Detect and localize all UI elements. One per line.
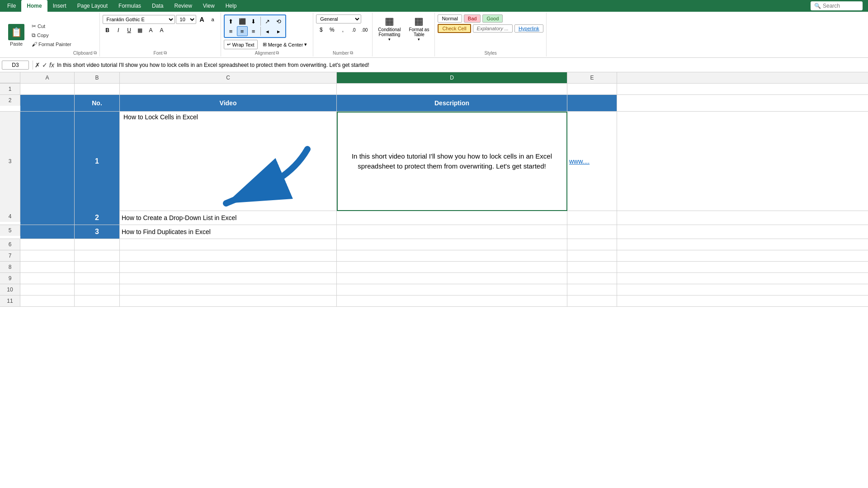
- col-header-c[interactable]: C: [120, 72, 337, 83]
- style-bad[interactable]: Bad: [464, 14, 481, 23]
- cell-a7[interactable]: [20, 250, 75, 261]
- orient-button[interactable]: ↗: [262, 16, 273, 26]
- wrap-text-button[interactable]: ↵ Wrap Text: [224, 40, 258, 49]
- tab-review[interactable]: Review: [169, 0, 197, 12]
- number-format-select[interactable]: General: [316, 14, 361, 23]
- merge-dropdown-icon[interactable]: ▾: [304, 42, 307, 47]
- cell-a6[interactable]: [20, 239, 75, 250]
- cell-a3[interactable]: [20, 112, 75, 211]
- cell-c6[interactable]: [120, 239, 337, 250]
- format-as-table-button[interactable]: ▦ Format asTable ▾: [406, 14, 432, 42]
- bold-button[interactable]: B: [103, 25, 113, 35]
- format-as-table-dropdown-icon[interactable]: ▾: [418, 37, 420, 42]
- percent-button[interactable]: %: [327, 25, 337, 35]
- row-header-9[interactable]: 9: [0, 273, 20, 284]
- align-middle-button[interactable]: ⬛: [237, 16, 248, 26]
- cell-e10[interactable]: [567, 284, 617, 295]
- row-header-6[interactable]: 6: [0, 239, 20, 250]
- cell-c2[interactable]: Video: [120, 95, 337, 111]
- increase-decimal-button[interactable]: .00: [359, 25, 369, 35]
- font-grow-button[interactable]: A: [197, 14, 207, 24]
- cut-button[interactable]: ✂ Cut: [30, 22, 73, 30]
- cell-b1[interactable]: [75, 84, 120, 94]
- font-color-button[interactable]: A: [157, 25, 167, 35]
- decrease-decimal-button[interactable]: .0: [349, 25, 359, 35]
- align-right-button[interactable]: ≡: [248, 26, 259, 36]
- style-explanatory[interactable]: Explanatory ...: [473, 24, 513, 33]
- font-name-select[interactable]: Franklin Gothic E: [103, 15, 175, 24]
- tab-home[interactable]: Home: [21, 0, 47, 12]
- tab-insert[interactable]: Insert: [47, 0, 72, 12]
- conditional-dropdown-icon[interactable]: ▾: [388, 37, 391, 42]
- col-header-b[interactable]: B: [75, 72, 120, 83]
- col-header-d[interactable]: D: [337, 72, 567, 83]
- cell-e9[interactable]: [567, 273, 617, 284]
- cell-e3[interactable]: www....: [567, 112, 617, 211]
- cell-b4[interactable]: 2: [75, 211, 120, 225]
- cell-d4[interactable]: [337, 211, 567, 225]
- cell-a11[interactable]: [20, 296, 75, 306]
- row-header-7[interactable]: 7: [0, 250, 20, 261]
- cell-c11[interactable]: [120, 296, 337, 306]
- cell-a1[interactable]: [20, 84, 75, 94]
- cell-c1[interactable]: [120, 84, 337, 94]
- cell-d10[interactable]: [337, 284, 567, 295]
- cell-a10[interactable]: [20, 284, 75, 295]
- cell-b7[interactable]: [75, 250, 120, 261]
- row-header-11[interactable]: 11: [0, 296, 20, 306]
- tab-formulas[interactable]: Formulas: [113, 0, 146, 12]
- comma-button[interactable]: ,: [338, 25, 348, 35]
- row-header-1[interactable]: 1: [0, 84, 20, 94]
- cell-e8[interactable]: [567, 262, 617, 272]
- cell-c3[interactable]: How to Lock Cells in Excel: [120, 112, 337, 211]
- border-button[interactable]: ▦: [135, 25, 145, 35]
- wrap-indent-button[interactable]: ⟲: [274, 16, 284, 26]
- number-expand-icon[interactable]: ⧉: [350, 50, 353, 56]
- cell-d2[interactable]: Description: [337, 95, 567, 111]
- cell-b5[interactable]: 3: [75, 225, 120, 239]
- cell-c8[interactable]: [120, 262, 337, 272]
- cell-b6[interactable]: [75, 239, 120, 250]
- tab-file[interactable]: File: [2, 0, 21, 12]
- accounting-format-button[interactable]: $: [316, 25, 326, 35]
- underline-button[interactable]: U: [124, 25, 134, 35]
- cell-d6[interactable]: [337, 239, 567, 250]
- style-good[interactable]: Good: [482, 14, 503, 23]
- align-top-button[interactable]: ⬆: [226, 16, 236, 26]
- cell-b2[interactable]: No.: [75, 95, 120, 111]
- row-header-5[interactable]: 5: [0, 225, 20, 236]
- cell-d9[interactable]: [337, 273, 567, 284]
- alignment-expand-icon[interactable]: ⧉: [276, 50, 279, 56]
- style-hyperlink[interactable]: Hyperlink: [514, 24, 543, 33]
- indent-increase-button[interactable]: ▸: [274, 26, 284, 36]
- format-painter-button[interactable]: 🖌 Format Painter: [30, 40, 73, 48]
- cell-a8[interactable]: [20, 262, 75, 272]
- style-check-cell[interactable]: Check Cell: [438, 24, 471, 33]
- cell-c5[interactable]: How to Find Duplicates in Excel: [120, 225, 337, 239]
- copy-button[interactable]: ⧉ Copy: [30, 31, 73, 39]
- cell-b11[interactable]: [75, 296, 120, 306]
- cell-d11[interactable]: [337, 296, 567, 306]
- cancel-formula-button[interactable]: ✗: [35, 61, 40, 69]
- row-header-8[interactable]: 8: [0, 262, 20, 272]
- italic-button[interactable]: I: [113, 25, 123, 35]
- tab-help[interactable]: Help: [220, 0, 242, 12]
- style-normal[interactable]: Normal: [438, 14, 462, 23]
- cell-a2[interactable]: [20, 95, 75, 111]
- align-center-button[interactable]: ≡: [237, 26, 248, 36]
- cell-d7[interactable]: [337, 250, 567, 261]
- cell-c10[interactable]: [120, 284, 337, 295]
- cell-d3[interactable]: In this short video tutorial I'll show y…: [337, 112, 567, 211]
- font-expand-icon[interactable]: ⧉: [164, 50, 167, 56]
- confirm-formula-button[interactable]: ✓: [42, 61, 47, 69]
- align-left-button[interactable]: ≡: [226, 26, 236, 36]
- cell-c4[interactable]: How to Create a Drop-Down List in Excel: [120, 211, 337, 225]
- search-box[interactable]: 🔍: [811, 1, 863, 10]
- cell-d1[interactable]: [337, 84, 567, 94]
- cell-d8[interactable]: [337, 262, 567, 272]
- cell-e1[interactable]: [567, 84, 617, 94]
- font-size-select[interactable]: 10: [176, 15, 196, 24]
- merge-center-button[interactable]: ⊞ Merge & Center ▾: [259, 40, 311, 49]
- cell-b9[interactable]: [75, 273, 120, 284]
- cell-a5[interactable]: [20, 225, 75, 239]
